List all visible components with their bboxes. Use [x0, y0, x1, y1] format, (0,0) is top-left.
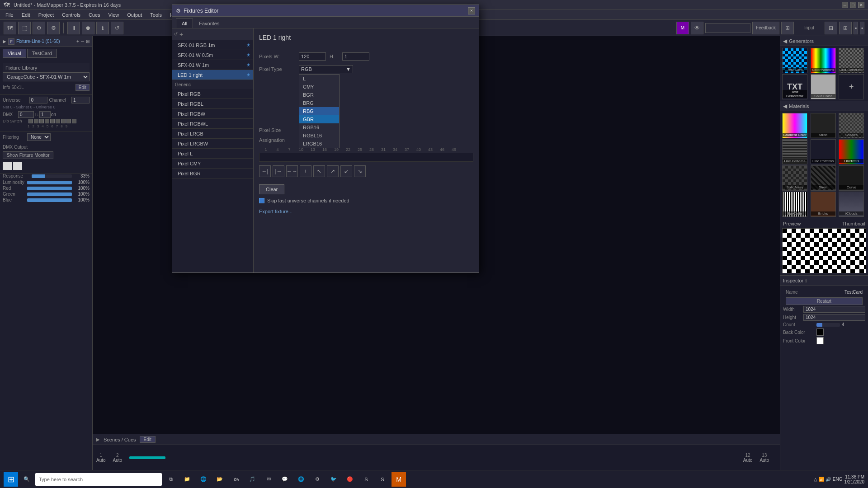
layer-arrow[interactable]: ▶ — [3, 39, 6, 44]
generators-arrow[interactable]: ◀ — [783, 38, 787, 44]
menu-output[interactable]: Output — [123, 11, 146, 19]
assign-btn-corner4[interactable]: ↘ — [354, 165, 366, 177]
menu-edit[interactable]: Edit — [18, 11, 34, 19]
dropdown-lrgb16[interactable]: LRGB16 — [299, 140, 339, 148]
toolbar-settings-btn[interactable]: ⚙ — [47, 22, 60, 34]
dropdown-gbr[interactable]: GBR — [299, 115, 339, 123]
gen-grid[interactable]: Grid-Generator — [839, 48, 864, 73]
mat-barcode[interactable]: BarCode — [782, 192, 807, 217]
mat-bricks[interactable]: Bricks — [811, 192, 836, 217]
settings-btn[interactable]: ⚙ — [310, 472, 325, 487]
fixture-pixel-rgbw[interactable]: Pixel RGBW — [172, 109, 253, 119]
restart-btn[interactable]: Restart — [786, 297, 863, 305]
fixture-pixel-rgbl[interactable]: Pixel RGBL — [172, 99, 253, 109]
tab-testcard[interactable]: TestCard — [27, 49, 57, 58]
remove-layer-btn[interactable]: ─ — [81, 39, 84, 44]
fixture-pixel-l[interactable]: Pixel L — [172, 149, 253, 159]
materials-arrow[interactable]: ◀ — [783, 103, 787, 109]
front-color-swatch[interactable] — [816, 337, 824, 344]
view-btn3[interactable]: ▪ — [854, 22, 858, 34]
mat-linergb[interactable]: LineRGB — [839, 139, 864, 164]
fixture-pixel-lrgb[interactable]: Pixel LRGB — [172, 129, 253, 139]
show-fixture-monitor-btn[interactable]: Show Fixture Monitor — [3, 151, 53, 159]
minimize-btn[interactable]: ─ — [842, 2, 848, 8]
toolbar-icon3[interactable]: ⚙ — [33, 22, 45, 34]
skype-btn[interactable]: S — [359, 472, 373, 487]
output-select[interactable] — [705, 23, 750, 33]
assign-btn-2[interactable]: |→ — [273, 165, 284, 177]
menu-tools[interactable]: Tools — [146, 11, 165, 19]
fixture-sfx01w1[interactable]: SFX-01 W 1m ★ — [172, 60, 253, 70]
blue-slider[interactable] — [27, 198, 72, 202]
pixel-type-select[interactable]: RGB ▼ — [299, 65, 353, 73]
dip-9[interactable] — [72, 119, 76, 123]
gen-add[interactable]: + — [839, 74, 864, 99]
filter-select[interactable]: None — [27, 133, 51, 141]
dip-5[interactable] — [50, 119, 55, 123]
red-slider[interactable] — [27, 187, 72, 190]
assign-btn-4[interactable]: + — [300, 165, 311, 177]
pause-btn[interactable]: ⏸ — [67, 22, 80, 34]
count-slider[interactable] — [816, 323, 840, 327]
tab-visual[interactable]: Visual — [3, 49, 26, 58]
dropdown-bgr[interactable]: BGR — [299, 91, 339, 99]
maximize-btn[interactable]: □ — [850, 2, 856, 8]
madmapper-taskbar-btn[interactable]: M — [392, 472, 406, 487]
gen-colorpattern[interactable]: ColorPatterns — [811, 48, 836, 73]
library-edit-btn[interactable]: Edit — [75, 84, 90, 91]
chrome-btn[interactable]: 🌐 — [294, 472, 308, 487]
menu-project[interactable]: Project — [35, 11, 57, 19]
fixture-pixel-lrgbw[interactable]: Pixel LRGBW — [172, 139, 253, 149]
mat-curve[interactable]: Curve — [839, 165, 864, 191]
scenes-edit-btn[interactable]: Edit — [140, 436, 156, 443]
dialog-tab-all[interactable]: All — [176, 19, 193, 28]
explorer-btn[interactable]: 📁 — [180, 472, 194, 487]
pixels-w-input[interactable] — [299, 52, 326, 61]
clear-btn[interactable]: Clear — [259, 184, 284, 194]
export-fixture-btn[interactable]: Export fixture... — [259, 209, 292, 214]
mat-iclouds[interactable]: iClouds — [839, 192, 864, 217]
insp-height-input[interactable] — [803, 314, 865, 321]
dropdown-rgb16[interactable]: RGB16 — [299, 123, 339, 131]
dmx-channel-num[interactable] — [39, 111, 51, 118]
dip-7[interactable] — [61, 119, 66, 123]
fixture-add-btn[interactable]: + — [179, 31, 183, 38]
info-btn[interactable]: ℹ — [96, 22, 109, 34]
fixture-pixel-rgb[interactable]: Pixel RGB — [172, 89, 253, 99]
dmx-value[interactable] — [18, 111, 34, 118]
dropdown-l[interactable]: L — [299, 75, 339, 83]
scenes-arrow[interactable]: ▶ — [96, 437, 100, 442]
response-slider[interactable] — [32, 174, 72, 178]
green-slider[interactable] — [27, 192, 72, 196]
fixture-refresh-btn[interactable]: ↺ — [174, 32, 178, 37]
mat-linepatterns[interactable]: Line Patterns — [782, 139, 807, 164]
channel-input[interactable] — [71, 97, 90, 103]
dropdown-rbg[interactable]: RBG — [299, 107, 339, 115]
dropdown-brg[interactable]: BRG — [299, 99, 339, 107]
madmapper-icon[interactable]: M — [676, 22, 689, 34]
fixture-pixel-cmy[interactable]: Pixel CMY — [172, 159, 253, 169]
assignment-grid[interactable] — [259, 153, 473, 162]
insp-width-input[interactable] — [803, 306, 865, 313]
dip-8[interactable] — [66, 119, 71, 123]
dropdown-rgbl16[interactable]: RGBL16 — [299, 131, 339, 140]
dip-1[interactable] — [28, 119, 33, 123]
edge-btn[interactable]: 🌐 — [196, 472, 211, 487]
gen-testcard[interactable]: Test Card — [782, 48, 807, 73]
fixture-pixel-bgr[interactable]: Pixel BGR — [172, 169, 253, 178]
taskbar-search[interactable]: Type here to search — [35, 473, 162, 486]
files-btn[interactable]: 📂 — [212, 472, 227, 487]
whatsapp-btn[interactable]: 💬 — [278, 472, 292, 487]
mail-btn[interactable]: ✉ — [261, 472, 276, 487]
mat-gradient[interactable]: Gradient Color — [782, 113, 807, 138]
dialog-tab-favorites[interactable]: Favorites — [193, 19, 225, 28]
patch-icon[interactable]: ⊞ — [781, 22, 794, 34]
assign-btn-corner3[interactable]: ↙ — [340, 165, 352, 177]
view-btn4[interactable]: ▪ — [860, 22, 864, 34]
add-layer-btn[interactable]: + — [76, 39, 79, 44]
assign-btn-3[interactable]: ←→ — [286, 165, 298, 177]
menu-controls[interactable]: Controls — [58, 11, 84, 19]
record-btn[interactable]: ⏺ — [82, 22, 94, 34]
toolbar-icon2[interactable]: ⬚ — [18, 22, 31, 34]
fixture-library-dropdown[interactable]: GarageCube - SFX-01 W 1m — [3, 72, 90, 81]
